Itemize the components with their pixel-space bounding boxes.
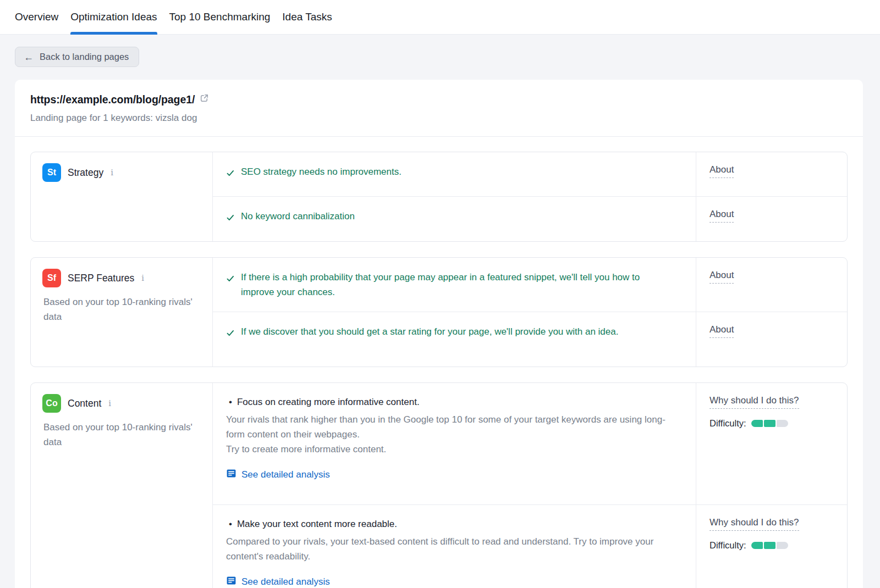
info-icon[interactable]: i xyxy=(108,398,111,408)
about-link[interactable]: About xyxy=(710,270,734,284)
check-icon xyxy=(226,212,235,226)
status-message: No keyword cannibalization xyxy=(226,209,666,224)
section-strategy-header: St Strategy i xyxy=(31,152,213,241)
see-detailed-analysis-link[interactable]: See detailed analysis xyxy=(226,468,330,481)
info-icon[interactable]: i xyxy=(111,168,113,177)
report-icon xyxy=(226,575,237,588)
why-should-i-do-this-link[interactable]: Why should I do this? xyxy=(710,517,799,531)
tab-top10-benchmarking[interactable]: Top 10 Benchmarking xyxy=(169,0,271,34)
about-link[interactable]: About xyxy=(710,324,734,338)
difficulty-meter xyxy=(751,420,788,427)
table-row: If we discover that you should get a sta… xyxy=(213,312,847,367)
idea-sections: St Strategy i SEO xyxy=(15,137,863,588)
status-message: If there is a high probability that your… xyxy=(226,270,666,299)
table-row: SEO strategy needs no improvements. Abou… xyxy=(213,152,847,197)
back-row: ← Back to landing pages xyxy=(0,35,880,67)
idea-title: Focus on creating more informative conte… xyxy=(226,395,683,409)
tab-optimization-ideas[interactable]: Optimization Ideas xyxy=(70,0,157,34)
section-content: Co Content i Based on your top 10-rankin… xyxy=(30,382,848,588)
report-icon xyxy=(226,468,237,481)
difficulty-label: Difficulty: xyxy=(710,418,746,429)
difficulty-meter xyxy=(751,542,788,549)
see-detailed-analysis-link[interactable]: See detailed analysis xyxy=(226,575,330,588)
landing-page-report-panel: https://example.com/blog/page1/ Landing … xyxy=(15,80,863,588)
external-link-icon[interactable] xyxy=(200,93,209,105)
idea-description: Try to create more informative content. xyxy=(226,442,672,457)
check-icon xyxy=(226,167,235,182)
difficulty-label: Difficulty: xyxy=(710,540,746,551)
check-icon xyxy=(226,273,235,287)
page-title: https://example.com/blog/page1/ xyxy=(30,93,195,106)
idea-title: Make your text content more readable. xyxy=(226,517,683,531)
table-row: No keyword cannibalization About xyxy=(213,197,847,241)
status-message: SEO strategy needs no improvements. xyxy=(226,164,666,179)
table-row: Make your text content more readable. Co… xyxy=(213,505,847,588)
tab-overview[interactable]: Overview xyxy=(15,0,58,34)
section-title: Content xyxy=(68,398,101,409)
page-subtitle: Landing page for 1 keywords: vizsla dog xyxy=(30,113,848,124)
table-row: Focus on creating more informative conte… xyxy=(213,383,847,505)
section-title: Strategy xyxy=(68,167,103,179)
about-link[interactable]: About xyxy=(710,164,734,178)
table-row: If there is a high probability that your… xyxy=(213,258,847,312)
section-subtitle: Based on your top 10-ranking rivals' dat… xyxy=(42,295,201,324)
section-subtitle: Based on your top 10-ranking rivals' dat… xyxy=(42,420,201,450)
status-message: If we discover that you should get a sta… xyxy=(226,324,666,339)
info-icon[interactable]: i xyxy=(141,273,144,283)
strategy-badge: St xyxy=(42,163,61,182)
tab-idea-tasks[interactable]: Idea Tasks xyxy=(282,0,332,34)
check-icon xyxy=(226,327,235,342)
idea-description: Your rivals that rank higher than you in… xyxy=(226,412,672,442)
left-arrow-icon: ← xyxy=(24,52,34,62)
why-should-i-do-this-link[interactable]: Why should I do this? xyxy=(710,395,799,409)
section-title: SERP Features xyxy=(68,273,134,284)
section-serp-header: Sf SERP Features i Based on your top 10-… xyxy=(31,258,213,367)
report-tabs-bar: Overview Optimization Ideas Top 10 Bench… xyxy=(0,0,880,35)
about-link[interactable]: About xyxy=(710,209,734,223)
page-header: https://example.com/blog/page1/ Landing … xyxy=(15,80,863,137)
section-strategy: St Strategy i SEO xyxy=(30,152,848,242)
back-button-label: Back to landing pages xyxy=(40,52,129,62)
section-serp-features: Sf SERP Features i Based on your top 10-… xyxy=(30,257,848,367)
serp-features-badge: Sf xyxy=(42,269,61,287)
content-badge: Co xyxy=(42,394,61,413)
idea-description: Compared to your rivals, your text-based… xyxy=(226,534,672,564)
back-to-landing-pages-button[interactable]: ← Back to landing pages xyxy=(15,47,139,67)
section-content-header: Co Content i Based on your top 10-rankin… xyxy=(31,383,213,588)
